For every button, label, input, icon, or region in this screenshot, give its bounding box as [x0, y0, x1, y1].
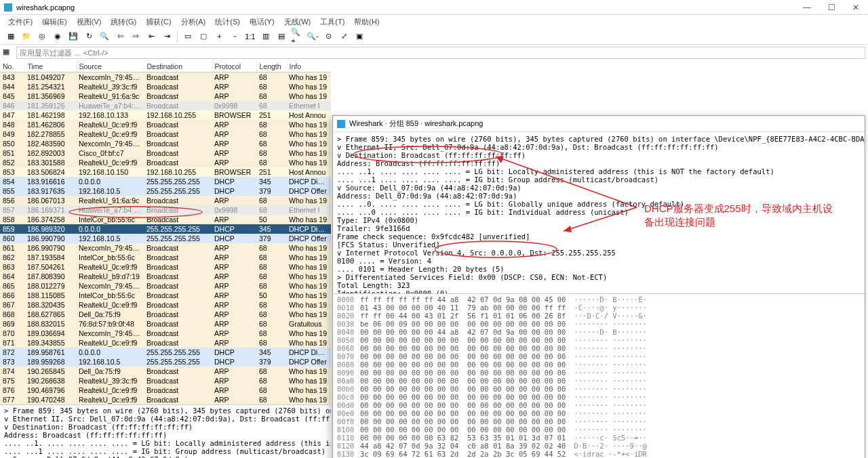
packet-row[interactable]: 864187.808390RealtekU_b9:d7:19BroadcastA… [0, 272, 331, 281]
tree-line[interactable]: > Frame 859: 345 bytes on wire (2760 bit… [337, 135, 861, 143]
tree-line[interactable]: v Internet Protocol Version 4, Src: 0.0.… [337, 249, 861, 257]
hex-line[interactable]: 00d000 00 00 00 00 00 00 00 00 00 00 00 … [337, 401, 861, 409]
hex-line[interactable]: 011000 00 00 00 00 00 63 82 53 63 35 01 … [337, 434, 861, 442]
tree-line[interactable]: .... 0101 = Header Length: 20 bytes (5) [337, 265, 861, 273]
box5-button[interactable]: ▣ [353, 30, 366, 43]
packet-row[interactable]: 855183.917635192.168.10.5255.255.255.255… [0, 186, 331, 196]
packet-row[interactable]: 877190.470248RealtekU_0c:e9:f9BroadcastA… [0, 395, 331, 404]
detail-line[interactable]: .... ..1. .... .... .... .... = LG bit: … [4, 439, 327, 447]
packet-details-bottom[interactable]: > Frame 859: 345 bytes on wire (2760 bit… [0, 405, 331, 458]
packet-row[interactable]: 848181.462806RealtekU_0c:e9:f9BroadcastA… [0, 120, 331, 129]
plus-button[interactable]: ＋ [212, 30, 226, 43]
packet-row[interactable]: 846181.359126HuaweiTe_a7:b4:93Broadcast0… [0, 101, 331, 110]
box3-button[interactable]: ▥ [259, 30, 273, 43]
one-button[interactable]: 1:1 [243, 30, 257, 43]
packet-row[interactable]: 853183.506824192.168.10.150192.168.10.25… [0, 167, 331, 177]
packet-row[interactable]: 847181.462198192.168.10.133192.168.10.25… [0, 110, 331, 120]
packet-row[interactable]: 865188.012279NexcomIn_79:45:abBroadcastA… [0, 281, 331, 291]
box2-button[interactable]: ▢ [197, 30, 210, 43]
packet-row[interactable]: 870189.036694NexcomIn_79:45:abBroadcastA… [0, 329, 331, 338]
packet-row[interactable]: 843181.049207NexcomIn_79:45:abBroadcastA… [0, 72, 331, 83]
tree-line[interactable]: > Differentiated Services Field: 0x00 (D… [337, 273, 861, 281]
tree-line[interactable]: v Source: Dell_07:0d:9a (44:a8:42:07:0d:… [337, 184, 861, 192]
packet-row[interactable]: 867188.320435RealtekU_0c:e9:f9BroadcastA… [0, 300, 331, 310]
menu-item[interactable]: 电话(Y) [245, 16, 279, 28]
hex-line[interactable]: 005000 00 00 00 00 00 00 00 00 00 00 00 … [337, 336, 861, 344]
packet-row[interactable]: 850182.483590NexcomIn_79:45:abBroadcastA… [0, 139, 331, 148]
packet-row[interactable]: 871189.343855RealtekU_0c:e9:f9BroadcastA… [0, 338, 331, 348]
packet-row[interactable]: 852183.301588RealtekU_0c:e9:f9BroadcastA… [0, 158, 331, 167]
packet-row[interactable]: 868188.627865Dell_0a:75:f9BroadcastARP68… [0, 310, 331, 319]
hex-line[interactable]: 012044 a8 42 07 0d 9a 32 04 c0 a8 01 8a … [337, 442, 861, 450]
tree-line[interactable]: .... ..0. .... .... .... .... = LG bit: … [337, 200, 861, 208]
hex-line[interactable]: 004000 00 00 00 00 00 44 a8 42 07 0d 9a … [337, 328, 861, 336]
packet-tree[interactable]: > Frame 859: 345 bytes on wire (2760 bit… [333, 132, 865, 293]
menu-item[interactable]: 文件(F) [4, 16, 37, 28]
col-time[interactable]: Time [24, 61, 76, 72]
tree-line[interactable]: Trailer: 9fe3166d [337, 224, 861, 232]
resize-button[interactable]: ⤢ [337, 30, 351, 43]
packet-row[interactable]: 844181.254321RealtekU_39:3c:f9BroadcastA… [0, 82, 331, 91]
hex-line[interactable]: 00f000 00 00 00 00 00 00 00 00 00 00 00 … [337, 417, 861, 425]
disk-button[interactable]: 💾 [66, 30, 80, 43]
hex-line[interactable]: 0030be 06 00 09 00 00 00 00 00 00 00 00 … [337, 320, 861, 328]
col-info[interactable]: Info [286, 61, 331, 72]
detail-line[interactable]: .... ...1 .... .... .... .... = IG bit: … [4, 447, 327, 455]
hex-line[interactable]: 006000 00 00 00 00 00 00 00 00 00 00 00 … [337, 344, 861, 352]
filter-input[interactable] [16, 47, 865, 59]
packet-row[interactable]: 854183.9166160.0.0.0255.255.255.255DHCP3… [0, 177, 331, 186]
col-source[interactable]: Source [76, 61, 144, 72]
hex-line[interactable]: 00a000 00 00 00 00 00 00 00 00 00 00 00 … [337, 377, 861, 385]
hex-line[interactable]: 0020ff ff 00 44 00 43 01 2f 56 f1 01 01 … [337, 312, 861, 320]
menu-item[interactable]: 跳转(G) [106, 16, 140, 28]
last-button[interactable]: ⇥ [160, 30, 174, 43]
circle-button[interactable]: ◉ [51, 30, 64, 43]
packet-row[interactable]: 860186.990790192.168.10.5255.255.255.255… [0, 234, 331, 243]
gear-button[interactable]: ◎ [35, 30, 49, 43]
menu-item[interactable]: 视图(V) [73, 16, 106, 28]
back-button[interactable]: ⇦ [113, 30, 127, 43]
packet-row[interactable]: 863187.504261RealtekU_0c:e9:f9BroadcastA… [0, 262, 331, 272]
tree-line[interactable]: Address: Broadcast (ff:ff:ff:ff:ff:ff) [337, 159, 861, 167]
col-no.[interactable]: No. [0, 61, 24, 72]
hex-line[interactable]: 008000 00 00 00 00 00 00 00 00 00 00 00 … [337, 360, 861, 369]
search-button[interactable]: 🔍 [98, 30, 111, 43]
packet-row[interactable]: 849182.278855RealtekU_0c:e9:f9BroadcastA… [0, 129, 331, 139]
packet-row[interactable]: 856186.067013RealtekU_91:6a:9cBroadcastA… [0, 196, 331, 205]
col-destination[interactable]: Destination [144, 61, 212, 72]
zoom-out-button[interactable]: 🔍- [306, 30, 319, 43]
tree-line[interactable]: .... ..1. .... .... .... .... = LG bit: … [337, 167, 861, 175]
tree-line[interactable]: .... ...0 .... .... .... .... = IG bit: … [337, 208, 861, 216]
folder-button[interactable]: 📁 [20, 30, 33, 43]
col-length[interactable]: Length [256, 61, 286, 72]
packet-row[interactable]: 857186.169371HuaweiTe_a7:b4:93Broadcast0… [0, 205, 331, 215]
tree-line[interactable]: Type: IPv4 (0x0800) [337, 216, 861, 224]
detail-line[interactable]: v Source: Dell_07:0d:9a (44:a8:42:07:0d:… [4, 455, 327, 458]
packet-row[interactable]: 874190.265845Dell_0a:75:f9BroadcastARP68… [0, 367, 331, 376]
detail-line[interactable]: v Ethernet II, Src: Dell_07:0d:9a (44:a8… [4, 415, 327, 423]
hex-line[interactable]: 01303c 09 69 64 72 61 63 2d 2d 2a 2b 3c … [337, 450, 861, 458]
hex-line[interactable]: 007000 00 00 00 00 00 00 00 00 00 00 00 … [337, 352, 861, 360]
box4-button[interactable]: ▤ [275, 30, 288, 43]
tree-line[interactable]: [FCS Status: Unverified] [337, 241, 861, 249]
hex-line[interactable]: 00b000 00 00 00 00 00 00 00 00 00 00 00 … [337, 385, 861, 393]
packet-row[interactable]: 866188.115085IntelCor_bb:55:6cBroadcastA… [0, 291, 331, 300]
hex-line[interactable]: 009000 00 00 00 00 00 00 00 00 00 00 00 … [337, 369, 861, 377]
tree-line[interactable]: v Ethernet II, Src: Dell_07:0d:9a (44:a8… [337, 143, 861, 151]
tree-line[interactable]: Frame check sequence: 0x9fcdc482 [unveri… [337, 232, 861, 241]
hex-line[interactable]: 010000 00 00 00 00 00 00 00 00 00 00 00 … [337, 425, 861, 434]
fwd-button[interactable]: ⇨ [129, 30, 142, 43]
detail-line[interactable]: v Destination: Broadcast (ff:ff:ff:ff:ff… [4, 423, 327, 431]
close-button[interactable]: ✕ [844, 0, 868, 15]
packet-row[interactable]: 876190.469796RealtekU_0c:e9:f9BroadcastA… [0, 386, 331, 395]
menu-item[interactable]: 统计(S) [211, 16, 244, 28]
detail-line[interactable]: > Frame 859: 345 bytes on wire (2760 bit… [4, 407, 327, 415]
packet-row[interactable]: 861186.990790NexcomIn_79:45:abBroadcastA… [0, 243, 331, 253]
packet-row[interactable]: 845181.356969RealtekU_91:6a:9cBroadcastA… [0, 91, 331, 101]
hex-line[interactable]: 00e000 00 00 00 00 00 00 00 00 00 00 00 … [337, 409, 861, 417]
box1-button[interactable]: ▭ [181, 30, 195, 43]
packet-row[interactable]: 873189.959268192.168.10.5255.255.255.255… [0, 357, 331, 367]
minus-button[interactable]: － [228, 30, 241, 43]
col-protocol[interactable]: Protocol [212, 61, 256, 72]
tree-line[interactable]: Total Length: 323 [337, 281, 861, 289]
